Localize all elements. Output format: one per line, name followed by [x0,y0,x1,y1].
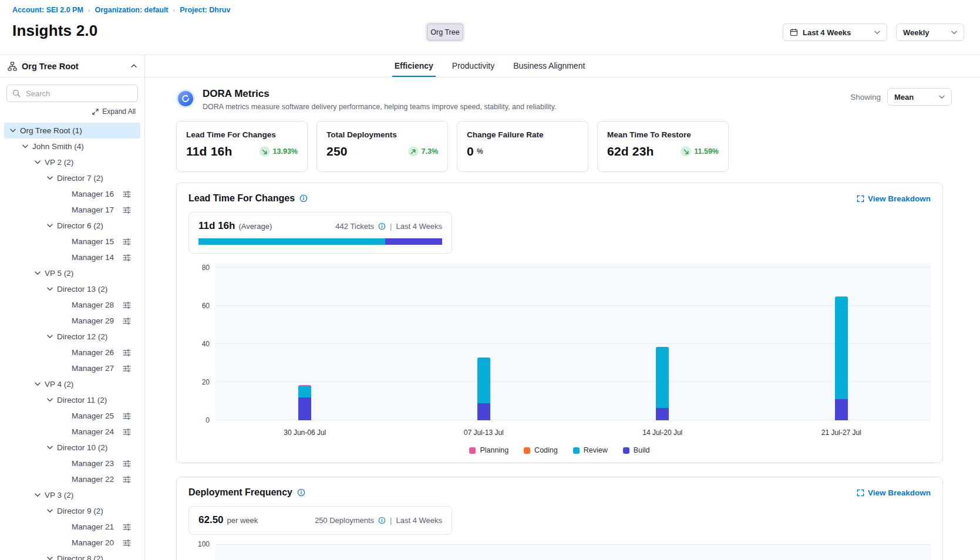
filter-sliders-icon[interactable] [123,206,131,214]
breadcrumb-project[interactable]: Project: Dhruv [180,6,230,14]
tree-item-label: Manager 28 [72,301,114,309]
filter-sliders-icon[interactable] [123,349,131,357]
tree-item[interactable]: Director 6 (2) [4,218,140,234]
tree-item[interactable]: VP 3 (2) [4,487,140,503]
lead-time-view-breakdown-link[interactable]: View Breakdown [857,194,931,203]
filter-sliders-icon[interactable] [123,190,131,198]
expand-breakdown-icon [857,489,864,497]
tree-item[interactable]: Manager 14 [4,249,140,265]
filter-sliders-icon[interactable] [123,301,131,309]
page-title: Insights 2.0 [12,22,97,40]
search-input[interactable] [25,89,132,99]
tree-item[interactable]: Manager 29 [4,313,140,329]
chevron-down-icon [939,95,945,99]
legend-item-planning[interactable]: Planning [469,446,508,454]
calendar-icon [790,28,798,36]
breadcrumb: Account: SEI 2.0 PM › Organization: defa… [12,6,230,14]
info-icon[interactable] [297,488,305,497]
collapse-sidebar-chevron-up-icon[interactable] [131,64,137,68]
tree-item-label: Manager 15 [72,237,114,246]
tree-item[interactable]: Manager 23 [4,456,140,471]
deployment-summary-card: 62.50 per week 250 Deployments | Last 4 … [188,506,452,535]
chevron-down-icon[interactable] [35,493,41,497]
info-icon[interactable] [299,194,308,203]
top-bar: Account: SEI 2.0 PM › Organization: defa… [0,0,980,55]
tree-item[interactable]: Director 11 (2) [4,392,140,408]
tree-item[interactable]: VP 4 (2) [4,376,140,392]
tree-item[interactable]: VP 5 (2) [4,265,140,281]
tree-item[interactable]: Director 9 (2) [4,503,140,519]
chevron-down-icon[interactable] [47,176,53,180]
tree-item[interactable]: Manager 27 [4,360,140,376]
deployment-view-breakdown-link[interactable]: View Breakdown [857,488,931,497]
tree-item-label: VP 3 (2) [45,491,73,500]
breadcrumb-separator: › [88,6,90,14]
tree-item[interactable]: Manager 26 [4,345,140,360]
filter-sliders-icon[interactable] [123,254,131,262]
tree-item[interactable]: Manager 28 [4,297,140,313]
chevron-down-icon[interactable] [47,556,53,560]
date-range-select[interactable]: Last 4 Weeks [783,23,887,41]
chevron-down-icon[interactable] [22,144,28,149]
tree-item[interactable]: Director 13 (2) [4,281,140,297]
filter-sliders-icon[interactable] [123,412,131,420]
legend-item-coding[interactable]: Coding [524,446,558,454]
tree-item[interactable]: Director 12 (2) [4,329,140,345]
chevron-down-icon[interactable] [35,160,41,164]
chevron-down-icon[interactable] [47,509,53,513]
tree-item[interactable]: Manager 16 [4,186,140,202]
chevron-down-icon[interactable] [47,224,53,228]
filter-sliders-icon[interactable] [123,460,131,468]
tree-item[interactable]: John Smith (4) [4,139,140,154]
tree-item[interactable]: Manager 21 [4,519,140,535]
breadcrumb-account[interactable]: Account: SEI 2.0 PM [12,6,83,14]
tree-item[interactable]: Manager 15 [4,234,140,249]
expand-breakdown-icon [857,195,864,203]
chevron-down-icon[interactable] [47,287,53,291]
showing-select[interactable]: Mean [887,88,952,106]
tree-item[interactable]: VP 2 (2) [4,154,140,170]
filter-sliders-icon[interactable] [123,317,131,325]
tab-efficiency[interactable]: Efficiency [392,55,436,77]
info-icon[interactable] [378,517,386,524]
dora-stat-card: Change Failure Rate0% [457,121,588,172]
granularity-select[interactable]: Weekly [896,23,964,41]
breadcrumb-organization[interactable]: Organization: default [95,6,169,14]
legend-label: Planning [480,446,508,454]
tree-item[interactable]: Director 8 (2) [4,551,140,560]
tree-item[interactable]: Manager 24 [4,424,140,440]
expand-all-button[interactable]: Expand All [0,102,144,119]
chevron-down-icon[interactable] [47,398,53,402]
tree-item[interactable]: Manager 25 [4,408,140,424]
chevron-down-icon[interactable] [35,271,41,275]
tab-business-alignment[interactable]: Business Alignment [511,55,587,77]
info-icon[interactable] [378,222,386,230]
tree-item[interactable]: Manager 20 [4,535,140,551]
showing-label: Showing [850,93,881,102]
trend-badge-value: 7.3% [422,147,439,156]
filter-sliders-icon[interactable] [123,475,131,484]
filter-sliders-icon[interactable] [123,539,131,547]
sidebar-search[interactable] [6,85,138,102]
stacked-bar-30-jun-06-jul [298,385,311,420]
filter-sliders-icon[interactable] [123,238,131,246]
chevron-down-icon[interactable] [10,129,16,133]
org-tree-toggle-button[interactable]: Org Tree [427,23,463,41]
tree-item[interactable]: Director 10 (2) [4,440,140,456]
filter-sliders-icon[interactable] [123,428,131,436]
filter-sliders-icon[interactable] [123,523,131,531]
chevron-down-icon[interactable] [47,446,53,450]
tree-item-label: Director 8 (2) [57,554,103,560]
tree-item[interactable]: Org Tree Root (1) [4,123,140,139]
legend-item-review[interactable]: Review [573,446,608,454]
filter-sliders-icon[interactable] [123,365,131,373]
chevron-down-icon[interactable] [47,335,53,339]
tree-item[interactable]: Director 7 (2) [4,170,140,186]
chevron-down-icon[interactable] [35,382,41,386]
tab-productivity[interactable]: Productivity [450,55,497,77]
tree-item[interactable]: Manager 22 [4,471,140,487]
tree-item[interactable]: Manager 17 [4,202,140,218]
meta-separator: | [390,516,392,525]
lead-time-average-qualifier: (Average) [238,222,272,231]
legend-item-build[interactable]: Build [623,446,650,454]
